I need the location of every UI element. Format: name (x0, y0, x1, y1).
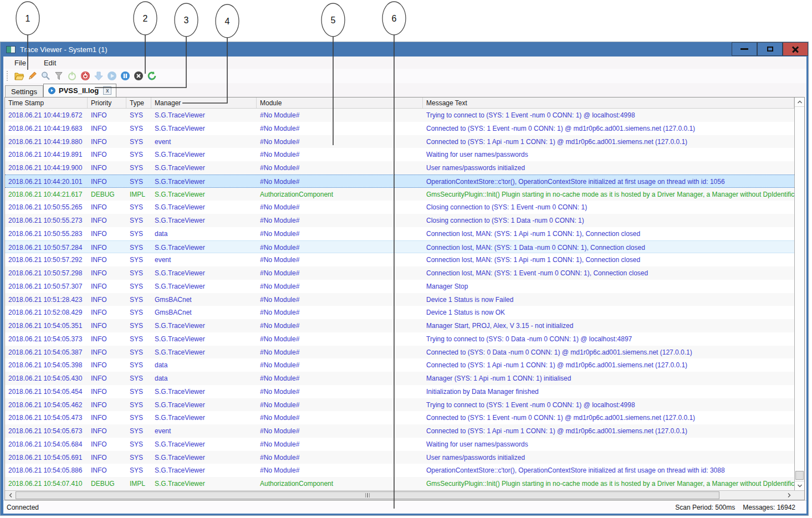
table-row[interactable]: 2018.06.21 10:54:05.454INFOSYSS.G.TraceV… (5, 385, 794, 398)
cell-module: #No Module# (257, 385, 423, 398)
table-row[interactable]: 2018.06.21 10:54:05.351INFOSYSS.G.TraceV… (5, 319, 794, 332)
cell-type: SYS (126, 241, 151, 253)
window-title: Trace Viewer - System1 (1) (20, 45, 732, 54)
cell-time: 2018.06.21 10:54:07.410 (5, 477, 88, 490)
toolbar-grip[interactable] (7, 71, 9, 81)
table-row[interactable]: 2018.06.21 10:44:19.672INFOSYSS.G.TraceV… (5, 109, 794, 122)
table-row[interactable]: 2018.06.21 10:44:19.683INFOSYSS.G.TraceV… (5, 122, 794, 135)
close-button[interactable] (783, 42, 808, 56)
tab-settings-label: Settings (11, 88, 37, 96)
cell-manager: event (151, 135, 257, 148)
cell-module: #No Module# (257, 319, 423, 332)
cell-manager: GmsBACnet (151, 293, 257, 306)
column-header-module[interactable]: Module (257, 98, 423, 108)
cell-time: 2018.06.21 10:44:19.683 (5, 122, 88, 135)
open-folder-icon (14, 71, 24, 81)
cell-time: 2018.06.21 10:54:05.430 (5, 372, 88, 385)
table-row[interactable]: 2018.06.21 10:50:57.307INFOSYSS.G.TraceV… (5, 280, 794, 293)
power-off-icon (80, 71, 90, 81)
cell-type: IMPL (126, 477, 151, 490)
table-row[interactable]: 2018.06.21 10:51:28.423INFOSYSGmsBACnet#… (5, 293, 794, 306)
table-row[interactable]: 2018.06.21 10:44:19.900INFOSYSS.G.TraceV… (5, 161, 794, 175)
minimize-button[interactable] (732, 42, 757, 56)
cell-time: 2018.06.21 10:50:57.284 (5, 241, 88, 253)
maximize-button[interactable] (757, 42, 783, 56)
table-row[interactable]: 2018.06.21 10:52:08.429INFOSYSGmsBACnet#… (5, 306, 794, 319)
table-row[interactable]: 2018.06.21 10:50:55.265INFOSYSS.G.TraceV… (5, 201, 794, 214)
search-button[interactable] (39, 70, 52, 82)
scroll-right-button[interactable] (784, 491, 794, 500)
tab-log[interactable]: PVSS_II.log x (43, 84, 116, 97)
cell-manager: S.G.TraceViewer (151, 280, 257, 293)
power-off-button[interactable] (79, 70, 92, 82)
cell-time: 2018.06.21 10:54:05.473 (5, 411, 88, 424)
scroll-down-button[interactable] (795, 481, 804, 490)
table-row[interactable]: 2018.06.21 10:50:55.273INFOSYSS.G.TraceV… (5, 214, 794, 227)
column-header-time-stamp[interactable]: Time Stamp (5, 98, 88, 108)
table-row[interactable]: 2018.06.21 10:44:21.617DEBUGIMPLS.G.Trac… (5, 188, 794, 201)
edit-pencil-button[interactable] (25, 70, 39, 82)
cancel-button[interactable] (132, 70, 145, 82)
table-row[interactable]: 2018.06.21 10:54:05.473INFOSYSS.G.TraceV… (5, 411, 794, 424)
open-folder-button[interactable] (12, 70, 25, 82)
cell-priority: INFO (88, 122, 126, 135)
tab-close-button[interactable]: x (103, 86, 111, 95)
download-button[interactable] (92, 70, 105, 82)
cell-module: #No Module# (257, 306, 423, 319)
cell-time: 2018.06.21 10:44:19.880 (5, 135, 88, 148)
horizontal-scrollbar[interactable] (5, 490, 794, 500)
vertical-scrollbar[interactable] (794, 98, 804, 490)
cell-module: #No Module# (257, 266, 423, 280)
tab-settings[interactable]: Settings (5, 85, 43, 97)
filter-button[interactable] (52, 70, 65, 82)
cell-time: 2018.06.21 10:44:19.891 (5, 148, 88, 161)
cell-module: #No Module# (257, 464, 423, 477)
table-row[interactable]: 2018.06.21 10:50:57.298INFOSYSS.G.TraceV… (5, 266, 794, 280)
table-row[interactable]: 2018.06.21 10:54:05.673INFOSYSevent#No M… (5, 424, 794, 438)
table-row[interactable]: 2018.06.21 10:54:07.410DEBUGIMPLS.G.Trac… (5, 477, 794, 490)
cell-manager: S.G.TraceViewer (151, 451, 257, 464)
table-row[interactable]: 2018.06.21 10:50:55.283INFOSYSdata#No Mo… (5, 227, 794, 240)
table-row[interactable]: 2018.06.21 10:54:05.387INFOSYSS.G.TraceV… (5, 346, 794, 359)
power-on-button[interactable] (65, 70, 79, 82)
cell-module: #No Module# (257, 109, 423, 122)
cell-manager: S.G.TraceViewer (151, 411, 257, 424)
table-row[interactable]: 2018.06.21 10:54:05.430INFOSYSdata#No Mo… (5, 372, 794, 385)
table-row[interactable]: 2018.06.21 10:54:05.691INFOSYSS.G.TraceV… (5, 451, 794, 464)
pause-button[interactable] (119, 70, 132, 82)
cell-module: #No Module# (257, 424, 423, 438)
horizontal-scroll-thumb[interactable] (16, 491, 719, 499)
vertical-scroll-thumb[interactable] (795, 471, 804, 480)
table-row[interactable]: 2018.06.21 10:54:05.684INFOSYSS.G.TraceV… (5, 438, 794, 451)
cell-module: #No Module# (257, 227, 423, 240)
callout-number-5: 5 (331, 16, 336, 25)
cell-message: Connected to (SYS: 1 Api -num 1 CONN: 1)… (423, 135, 794, 148)
menu-edit[interactable]: Edit (40, 58, 63, 68)
cell-message: Connected to (SYS: 1 Api -num 1 CONN: 1)… (423, 424, 794, 438)
table-row[interactable]: 2018.06.21 10:54:05.886INFOSYSS.G.TraceV… (5, 464, 794, 477)
cell-priority: INFO (88, 227, 126, 240)
column-header-message-text[interactable]: Message Text (423, 98, 794, 108)
column-header-type[interactable]: Type (126, 98, 151, 108)
play-button[interactable] (105, 70, 119, 82)
cell-priority: INFO (88, 346, 126, 359)
refresh-button[interactable] (145, 70, 159, 82)
table-row[interactable]: 2018.06.21 10:54:05.373INFOSYSS.G.TraceV… (5, 332, 794, 346)
column-header-priority[interactable]: Priority (88, 98, 126, 108)
cell-time: 2018.06.21 10:54:05.454 (5, 385, 88, 398)
cell-priority: INFO (88, 332, 126, 346)
scroll-up-button[interactable] (795, 98, 804, 107)
table-row[interactable]: 2018.06.21 10:54:05.398INFOSYSdata#No Mo… (5, 358, 794, 372)
cell-message: User names/passwords initialized (423, 451, 794, 464)
cell-priority: INFO (88, 424, 126, 438)
column-header-manager[interactable]: Manager (151, 98, 257, 108)
table-row[interactable]: 2018.06.21 10:44:19.880INFOSYSevent#No M… (5, 135, 794, 148)
menu-file[interactable]: File (11, 58, 33, 68)
table-row[interactable]: 2018.06.21 10:44:20.101INFOSYSS.G.TraceV… (5, 175, 794, 188)
cell-message: Manager Stop (423, 280, 794, 293)
scroll-left-button[interactable] (5, 491, 16, 500)
table-row[interactable]: 2018.06.21 10:54:05.462INFOSYSS.G.TraceV… (5, 398, 794, 412)
table-row[interactable]: 2018.06.21 10:50:57.284INFOSYSS.G.TraceV… (5, 240, 794, 254)
table-row[interactable]: 2018.06.21 10:50:57.292INFOSYSevent#No M… (5, 253, 794, 266)
table-row[interactable]: 2018.06.21 10:44:19.891INFOSYSS.G.TraceV… (5, 148, 794, 161)
